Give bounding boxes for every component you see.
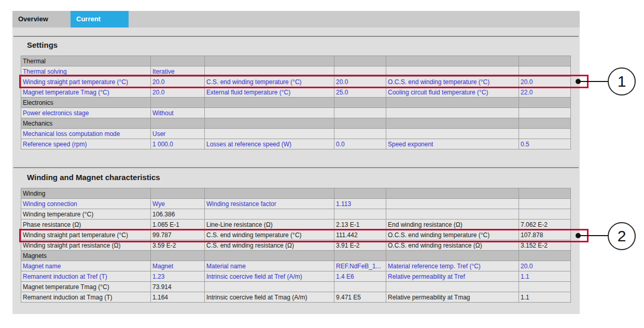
section-label-cell: Magnets (21, 251, 151, 261)
param-value-cell[interactable]: 1.113 (334, 199, 386, 209)
param-value-cell[interactable]: 0.5 (519, 139, 571, 149)
section-label-cell (334, 251, 386, 261)
param-value-cell[interactable]: Magnet (151, 261, 205, 271)
section-label-cell (205, 251, 334, 261)
param-label-cell[interactable]: Reference speed (rpm) (21, 139, 151, 149)
section-label-cell: Thermal (21, 56, 151, 66)
param-label-cell[interactable]: Intrinsic coercive field at Tref (A/m) (205, 271, 334, 282)
section-label-cell (151, 56, 205, 66)
table-row: Phase resistance (Ω)1.065 E-1Line-Line r… (21, 220, 571, 230)
param-label-cell[interactable]: Magnet temperature Tmag (°C) (21, 87, 151, 98)
tab-current[interactable]: Current (71, 11, 129, 28)
param-label-cell[interactable]: Losses at reference speed (W) (205, 139, 334, 149)
section-label-cell (386, 98, 519, 108)
section-label-cell (519, 98, 571, 108)
param-label-cell[interactable]: Material name (205, 261, 334, 271)
highlight-box-1 (19, 75, 589, 88)
callout-line-1 (580, 81, 608, 82)
param-value-cell: 73.914 (151, 282, 205, 292)
section-label-cell: Mechanics (21, 118, 151, 129)
section-label-cell (519, 56, 571, 66)
param-value-cell: 1.164 (151, 292, 205, 303)
param-value-cell[interactable]: 20.0 (519, 261, 571, 271)
section-header-row: Winding (21, 188, 571, 199)
param-label-cell[interactable]: Relative permeability at Tref (386, 271, 519, 282)
section-header-row: Magnets (21, 251, 571, 261)
table-row: Power electronics stageWithout (21, 108, 571, 118)
param-value-cell[interactable]: 1.4 E6 (334, 271, 386, 282)
section-label-cell (151, 251, 205, 261)
empty-cell (519, 209, 571, 220)
section-header-row: Mechanics (21, 118, 571, 129)
param-value-cell: 2.13 E-1 (334, 220, 386, 230)
section-label-cell (519, 251, 571, 261)
param-label-cell[interactable]: Magnet name (21, 261, 151, 271)
section-header-row: Electronics (21, 98, 571, 108)
param-label-cell[interactable]: Material reference temp. Tref (°C) (386, 261, 519, 271)
param-label-cell: Line-Line resistance (Ω) (205, 220, 334, 230)
param-label-cell[interactable]: Winding connection (21, 199, 151, 209)
highlight-box-2 (19, 229, 589, 242)
param-value-cell[interactable]: Wye (151, 199, 205, 209)
param-label-cell: Magnet temperature Tmag (°C) (21, 282, 151, 292)
param-value-cell[interactable]: 1 000.0 (151, 139, 205, 149)
section-label-cell (386, 56, 519, 66)
section-label-cell (334, 118, 386, 129)
param-label-cell[interactable]: External fluid temperature (°C) (205, 87, 334, 98)
empty-cell (205, 108, 334, 118)
param-value-cell[interactable]: 22.0 (519, 87, 571, 98)
empty-cell (386, 209, 519, 220)
section-label-cell (205, 98, 334, 108)
section-label-cell (151, 118, 205, 129)
section-label-cell (386, 118, 519, 129)
winding-magnet-table: WindingWinding connectionWyeWinding resi… (21, 188, 571, 303)
empty-cell (386, 129, 519, 139)
param-label-cell[interactable]: Speed exponent (386, 139, 519, 149)
section-label-cell (519, 188, 571, 199)
settings-table: ThermalThermal solvingIterativeWinding s… (21, 56, 571, 149)
param-label-cell[interactable]: Remanent induction at Tref (T) (21, 271, 151, 282)
callout-circle-1: 1 (608, 67, 636, 95)
param-label-cell: Intrinsic coercive field at Tmag (A/m) (205, 292, 334, 303)
param-label-cell: End winding resistance (Ω) (386, 220, 519, 230)
section-header-row: Thermal (21, 56, 571, 66)
section-label-cell (205, 188, 334, 199)
empty-cell (386, 108, 519, 118)
empty-cell (205, 129, 334, 139)
param-value-cell: 1.065 E-1 (151, 220, 205, 230)
section-label-cell (334, 56, 386, 66)
param-value-cell[interactable]: 1.23 (151, 271, 205, 282)
param-label-cell: Phase resistance (Ω) (21, 220, 151, 230)
param-value-cell[interactable]: REF.NdFeB_1... (334, 261, 386, 271)
param-label-cell: Relative permeability at Tmag (386, 292, 519, 303)
tab-overview[interactable]: Overview (12, 11, 71, 28)
param-value-cell[interactable]: Without (151, 108, 205, 118)
callout-circle-2: 2 (608, 222, 636, 250)
section-label-cell (334, 98, 386, 108)
param-value-cell[interactable]: 1.1 (519, 271, 571, 282)
param-value-cell[interactable]: 0.0 (334, 139, 386, 149)
table-row: Mechanical loss computation modeUser (21, 129, 571, 139)
table-row: Remanent induction at Tref (T)1.23Intrin… (21, 271, 571, 282)
section-label-cell (386, 251, 519, 261)
section-label-cell (151, 98, 205, 108)
tab-bar: Overview Current (12, 11, 580, 28)
empty-cell (386, 199, 519, 209)
param-label-cell: Winding temperature (°C) (21, 209, 151, 220)
table-row: Remanent induction at Tmag (T)1.164Intri… (21, 292, 571, 303)
param-value-cell: 9.471 E5 (334, 292, 386, 303)
empty-cell (519, 108, 571, 118)
param-value-cell[interactable]: 20.0 (151, 87, 205, 98)
param-label-cell[interactable]: Winding resistance factor (205, 199, 334, 209)
empty-cell (205, 209, 334, 220)
param-value-cell[interactable]: 25.0 (334, 87, 386, 98)
param-label-cell[interactable]: Power electronics stage (21, 108, 151, 118)
param-label-cell[interactable]: Cooling circuit fluid temperature (°C) (386, 87, 519, 98)
param-label-cell[interactable]: Mechanical loss computation mode (21, 129, 151, 139)
section-label-cell: Winding (21, 188, 151, 199)
empty-cell (386, 282, 519, 292)
section-label-cell (386, 188, 519, 199)
section-label-cell (334, 188, 386, 199)
table-row: Winding connectionWyeWinding resistance … (21, 199, 571, 209)
param-value-cell[interactable]: User (151, 129, 205, 139)
